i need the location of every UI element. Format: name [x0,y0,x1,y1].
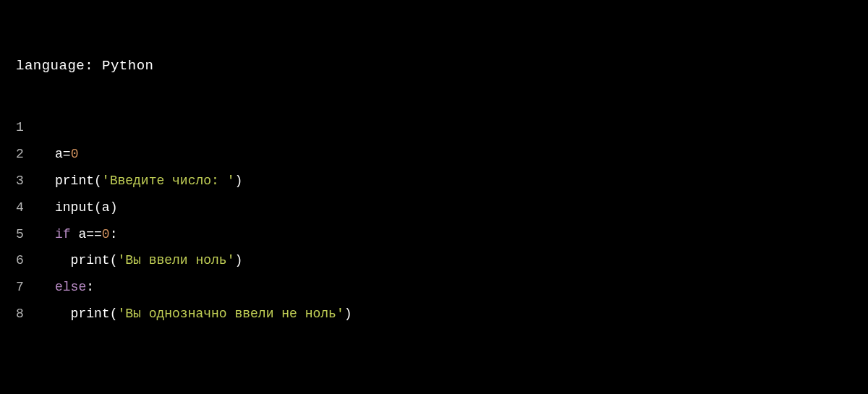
code-token: ) [110,200,118,215]
code-token: = [63,147,71,161]
code-token: ( [110,307,118,321]
code-line: 7else: [16,274,852,301]
code-line: 3print('Введите число: ') [16,168,852,194]
code-line: 4input(a) [16,194,852,221]
line-number: 2 [16,141,55,168]
line-number: 8 [16,301,55,327]
code-line: 6 print('Вы ввели ноль') [16,247,852,274]
line-number: 4 [16,194,55,221]
code-token: print [71,307,110,321]
code-token [55,253,71,267]
code-token: print [71,253,110,267]
language-header: language: Python [16,58,852,74]
code-token: ( [110,253,118,267]
code-token: else [55,280,86,294]
line-content: else: [55,274,94,301]
code-token: 0 [71,147,79,161]
line-content: print('Вы однозначно ввели не ноль') [55,301,352,327]
code-token: input [55,200,94,215]
language-value: Python [102,58,153,74]
code-token: ( [94,200,102,215]
line-content: input(a) [55,194,117,221]
code-token: ) [234,253,242,267]
code-token: 'Вы однозначно ввели не ноль' [117,307,344,321]
code-token: a [102,200,110,215]
code-line: 8 print('Вы однозначно ввели не ноль') [16,301,852,327]
code-token: a [71,227,87,241]
code-token: ) [344,307,352,321]
code-token: == [86,227,102,241]
line-number: 1 [16,114,55,141]
code-line: 1 [16,114,852,141]
line-content: if a==0: [55,221,117,248]
code-token [55,307,71,321]
code-line: 2a=0 [16,141,852,168]
code-token: a [55,147,63,161]
code-token: ( [94,174,102,188]
line-number: 6 [16,247,55,274]
code-block[interactable]: 12a=03print('Введите число: ')4input(a)5… [16,114,852,327]
line-content: a=0 [55,141,78,168]
line-content: print('Вы ввели ноль') [55,247,242,274]
code-token: ) [234,174,242,188]
language-label: language: [16,58,93,74]
code-token: print [55,174,94,188]
code-token: 0 [102,227,110,241]
line-number: 5 [16,221,55,248]
code-token: 'Вы ввели ноль' [117,253,234,267]
code-line: 5if a==0: [16,221,852,248]
line-content: print('Введите число: ') [55,168,242,194]
code-token: if [55,227,71,241]
line-number: 7 [16,274,55,301]
code-token: 'Введите число: ' [102,174,235,188]
line-number: 3 [16,168,55,194]
code-token: : [86,280,94,294]
code-token: : [110,227,118,241]
